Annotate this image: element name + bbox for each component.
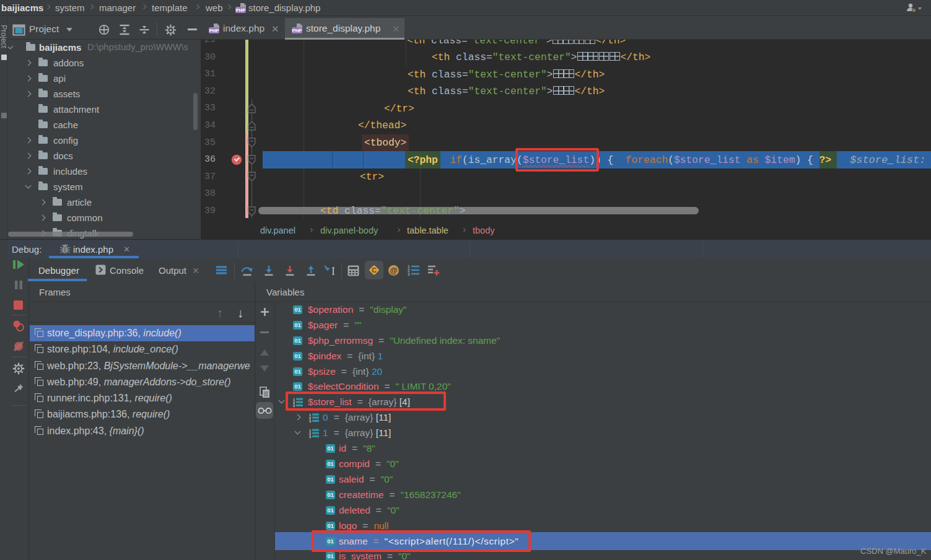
svg-text:PHP: PHP [209, 28, 219, 33]
svg-text:3: 3 [309, 419, 311, 423]
svg-text:@: @ [390, 266, 397, 275]
svg-text:3: 3 [309, 435, 311, 439]
svg-text:PHP: PHP [236, 7, 245, 13]
svg-text:C: C [372, 266, 377, 274]
svg-text:3: 3 [408, 272, 410, 276]
svg-text:PHP: PHP [292, 28, 302, 33]
